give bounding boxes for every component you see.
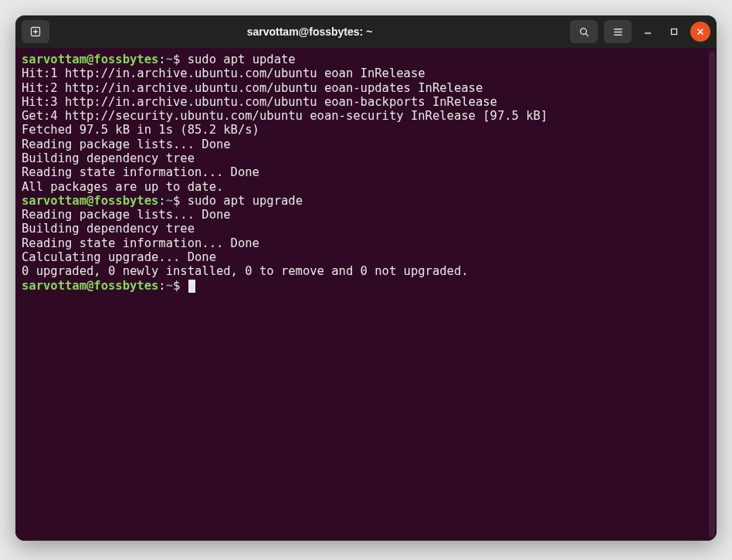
- hamburger-icon: [612, 26, 624, 38]
- maximize-button[interactable]: [664, 22, 684, 42]
- output-line: Reading state information... Done: [22, 165, 710, 179]
- output-line: Building dependency tree: [22, 222, 710, 236]
- scrollbar[interactable]: [709, 51, 715, 538]
- svg-rect-9: [672, 29, 677, 35]
- close-button[interactable]: [690, 22, 710, 42]
- prompt-user-host: sarvottam@fossbytes: [22, 53, 158, 66]
- prompt-symbol: $: [173, 53, 188, 66]
- output-line: Hit:3 http://in.archive.ubuntu.com/ubunt…: [22, 95, 710, 109]
- prompt-path: ~: [166, 279, 173, 293]
- prompt-line: sarvottam@fossbytes:~$: [22, 279, 710, 293]
- prompt-line: sarvottam@fossbytes:~$ sudo apt upgrade: [22, 194, 710, 208]
- titlebar: sarvottam@fossbytes: ~: [15, 15, 717, 48]
- menu-button[interactable]: [604, 20, 632, 43]
- output-line: Fetched 97.5 kB in 1s (85.2 kB/s): [22, 123, 710, 137]
- output-line: Building dependency tree: [22, 151, 710, 165]
- minimize-button[interactable]: [638, 22, 658, 42]
- new-tab-icon: [29, 25, 42, 38]
- output-line: Reading package lists... Done: [22, 208, 710, 222]
- prompt-symbol: $: [173, 194, 188, 208]
- new-tab-button[interactable]: [22, 20, 49, 43]
- svg-line-4: [585, 33, 588, 36]
- output-line: Hit:2 http://in.archive.ubuntu.com/ubunt…: [22, 81, 710, 95]
- maximize-icon: [669, 27, 679, 36]
- terminal-window: sarvottam@fossbytes: ~: [15, 15, 717, 541]
- command-text: sudo apt update: [188, 53, 296, 66]
- prompt-symbol: $: [173, 279, 188, 293]
- prompt-user-host: sarvottam@fossbytes: [22, 194, 158, 208]
- prompt-path: ~: [166, 53, 173, 66]
- search-icon: [578, 26, 590, 38]
- output-line: All packages are up to date.: [22, 180, 710, 194]
- terminal-body[interactable]: sarvottam@fossbytes:~$ sudo apt updateHi…: [15, 48, 717, 541]
- window-title: sarvottam@fossbytes: ~: [56, 25, 564, 38]
- cursor: [188, 280, 195, 293]
- prompt-path: ~: [166, 194, 173, 208]
- minimize-icon: [643, 27, 652, 36]
- output-line: Reading state information... Done: [22, 236, 710, 250]
- output-line: Calculating upgrade... Done: [22, 250, 710, 264]
- terminal-content[interactable]: sarvottam@fossbytes:~$ sudo apt updateHi…: [22, 53, 713, 293]
- prompt-user-host: sarvottam@fossbytes: [22, 279, 158, 293]
- search-button[interactable]: [570, 20, 598, 43]
- output-line: Reading package lists... Done: [22, 137, 710, 151]
- command-text: sudo apt upgrade: [188, 194, 303, 208]
- prompt-line: sarvottam@fossbytes:~$ sudo apt update: [22, 53, 710, 66]
- output-line: 0 upgraded, 0 newly installed, 0 to remo…: [22, 264, 710, 278]
- output-line: Hit:1 http://in.archive.ubuntu.com/ubunt…: [22, 66, 710, 80]
- output-line: Get:4 http://security.ubuntu.com/ubuntu …: [22, 109, 710, 123]
- close-icon: [696, 27, 705, 36]
